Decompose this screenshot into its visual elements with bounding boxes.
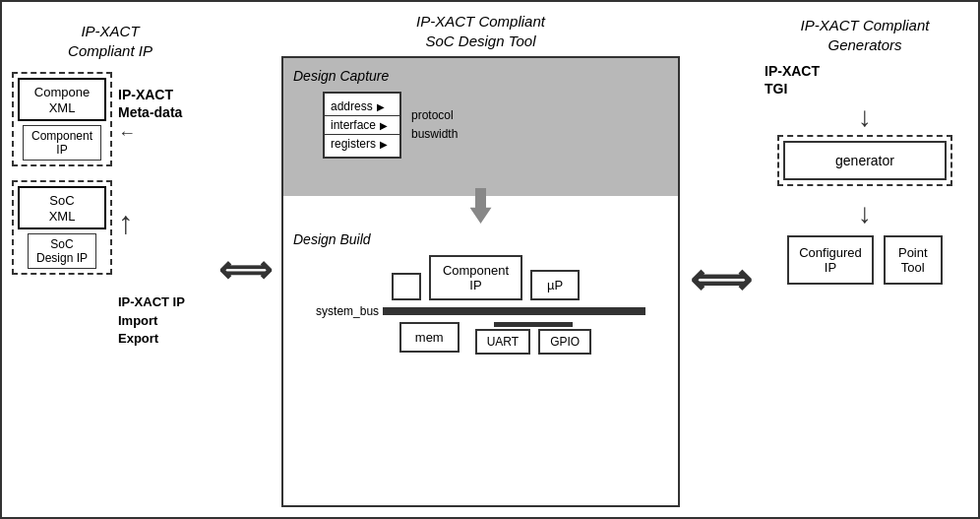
ip-xact-tgi-label: IP-XACT TGI xyxy=(765,62,820,97)
middle-title: IP-XACT Compliant SoC Design Tool xyxy=(281,12,680,50)
main-container: IP-XACT Compliant IP Compone XML Compone… xyxy=(0,0,980,519)
middle-left-arrow-container: ⟺ xyxy=(218,12,272,507)
double-arrow-horizontal: ⟺ xyxy=(218,251,272,289)
uart-gpio-group: UART GPIO xyxy=(475,322,591,355)
system-bus-row: system_bus xyxy=(312,304,649,318)
component-ip-middle-box: Component IP xyxy=(429,255,522,300)
right-title: IP-XACT Compliant Generators xyxy=(801,16,930,54)
build-components: Component IP µP system_bus xyxy=(293,255,668,355)
uart-box: UART xyxy=(475,329,530,355)
down-arrow-tgi: ↓ xyxy=(858,101,872,133)
left-column: IP-XACT Compliant IP Compone XML Compone… xyxy=(12,12,209,507)
generator-dashed-box: generator xyxy=(777,135,953,186)
tgi-label-area: IP-XACT TGI xyxy=(765,62,971,97)
down-arrow-generator: ↓ xyxy=(858,198,872,229)
mem-box: mem xyxy=(399,322,459,353)
capture-inner: address ▶ interface ▶ registers ▶ xyxy=(323,92,668,159)
soc-xml-box: SoC XML xyxy=(18,186,106,229)
left-title: IP-XACT Compliant IP xyxy=(68,22,153,60)
gray-down-arrow xyxy=(470,188,492,224)
bottom-right-boxes: Configured IP Point Tool xyxy=(787,235,943,285)
big-double-arrow-right: ⟺ xyxy=(690,258,752,301)
design-build-section: Design Build Component IP µP xyxy=(283,196,678,505)
design-capture-section: Design Capture address ▶ interface ▶ xyxy=(283,58,678,196)
design-build-label: Design Build xyxy=(293,231,668,247)
interface-row: interface ▶ xyxy=(325,116,399,135)
up-arrow: ↑ xyxy=(118,205,134,241)
sub-bus-line xyxy=(494,322,573,327)
point-tool-box: Point Tool xyxy=(884,235,943,285)
ip-import-export-label: IP-XACT IP Import Export xyxy=(118,293,185,348)
mem-uart-row: mem UART GPIO xyxy=(399,322,591,355)
system-bus-line xyxy=(383,307,645,315)
address-row: address ▶ xyxy=(325,97,399,116)
protocol-box: protocol buswidth xyxy=(411,106,458,144)
address-box: address ▶ interface ▶ registers ▶ xyxy=(323,92,401,159)
top-row-components: Component IP µP xyxy=(392,255,580,300)
mu-p-box: µP xyxy=(530,270,580,300)
soc-design-ip-box: SoC Design IP xyxy=(28,233,96,269)
configured-ip-box: Configured IP xyxy=(787,235,874,285)
design-capture-label: Design Capture xyxy=(293,68,668,84)
component-xml-box: Compone XML xyxy=(18,78,106,121)
soc-design-box: Design Capture address ▶ interface ▶ xyxy=(281,56,680,507)
bottom-row: mem UART GPIO xyxy=(399,322,591,355)
uart-gpio-row: UART GPIO xyxy=(475,329,591,355)
small-rect-left xyxy=(392,273,421,300)
middle-right-arrow-container: ⟺ xyxy=(690,12,752,507)
registers-row: registers ▶ xyxy=(325,135,399,153)
gpio-box: GPIO xyxy=(538,329,591,355)
component-xml-group: Compone XML Component IP xyxy=(12,72,112,166)
meta-data-label: IP-XACT Meta-data ← xyxy=(118,86,182,144)
meta-arrow: ← xyxy=(118,123,136,144)
generator-inner-box: generator xyxy=(783,141,948,180)
right-column: IP-XACT Compliant Generators IP-XACT TGI… xyxy=(762,12,968,507)
component-ip-box: Component IP xyxy=(23,125,101,161)
mem-group: mem xyxy=(399,322,459,353)
middle-column: IP-XACT Compliant SoC Design Tool Design… xyxy=(281,12,680,507)
soc-xml-group: SoC XML SoC Design IP xyxy=(12,180,112,275)
